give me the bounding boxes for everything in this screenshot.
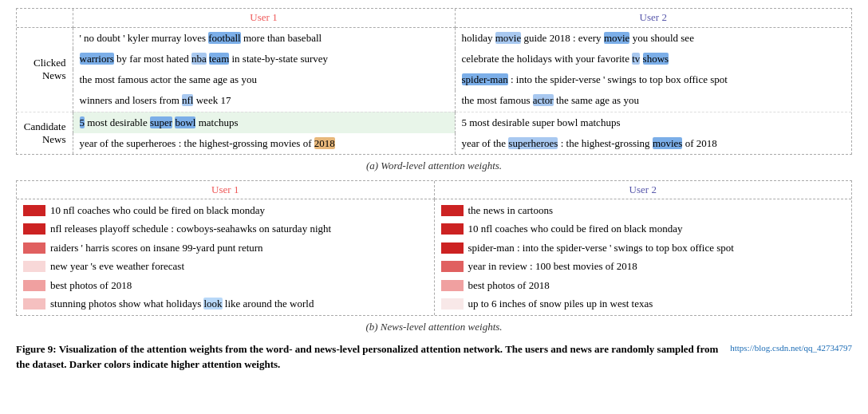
u2-news-5: best photos of 2018 (441, 276, 846, 295)
hl-spiderman: spider-man (462, 73, 508, 85)
u1-news-text-1: 10 nfl coaches who could be fired on bla… (50, 203, 265, 219)
bar-u2-5 (441, 280, 464, 291)
u1-news-text-2: nfl releases playoff schedule : cowboys-… (50, 221, 331, 237)
bar-u2-2 (441, 223, 464, 235)
bar-u1-4 (23, 261, 45, 272)
u2-news-1: the news in cartoons (441, 201, 846, 220)
u1-news-1: 10 nfl coaches who could be fired on bla… (23, 201, 428, 220)
u2-news-4: year in review : 100 best movies of 2018 (441, 257, 846, 276)
clicked-row-3: the most famous actor the same age as yo… (17, 69, 851, 90)
user1-header: User 1 (73, 9, 455, 28)
hl-nfl: nfl (182, 94, 193, 106)
clicked-row-1: ClickedNews ' no doubt ' kyler murray lo… (17, 28, 851, 49)
hl-2018: 2018 (314, 137, 335, 149)
hl-shows: shows (643, 53, 669, 65)
u2-clicked-1: holiday movie guide 2018 : every movie y… (455, 28, 851, 49)
u1-news-5: best photos of 2018 (23, 276, 428, 295)
bar-u1-1 (23, 205, 45, 216)
top-table: User 1 User 2 ClickedNews ' no doubt ' k… (17, 9, 851, 154)
hl-team: team (209, 53, 229, 65)
u1-news-3: raiders ' harris scores on insane 99-yar… (23, 239, 428, 258)
u2-news-text-5: best photos of 2018 (468, 278, 550, 294)
u2-news-3: spider-man : into the spider-verse ' swi… (441, 239, 846, 258)
bar-u1-2 (23, 223, 45, 235)
hl-warriors: warriors (80, 53, 114, 65)
hl-football: football (208, 32, 240, 44)
candidate-row-1: CandidateNews 5 most desirable super bow… (17, 112, 851, 133)
u1-news-text-3: raiders ' harris scores on insane 99-yar… (50, 240, 263, 256)
u1-clicked-4: winners and losers from nfl week 17 (73, 90, 455, 112)
user2-news-col: the news in cartoons 10 nfl coaches who … (434, 199, 851, 315)
u2-candidate-1: 5 most desirable super bowl matchups (455, 112, 851, 133)
u1-news-text-5: best photos of 2018 (50, 278, 132, 294)
bottom-table-wrapper: User 1 User 2 10 nfl coaches who could b… (16, 180, 852, 316)
news-level-row: 10 nfl coaches who could be fired on bla… (17, 199, 851, 315)
caption-b: (b) News-level attention weights. (16, 321, 852, 333)
hl-bowl: bowl (175, 116, 195, 128)
u1-clicked-2: warriors by far most hated nba team in s… (73, 49, 455, 69)
figure-text: Figure 9: Visualization of the attention… (16, 343, 718, 371)
hl-superheroes: superheroes (508, 137, 558, 149)
candidate-row-2: year of the superheroes : the highest-gr… (17, 133, 851, 154)
hl-tv: tv (632, 53, 640, 65)
bar-u2-1 (441, 205, 464, 216)
hl-movie1: movie (495, 32, 522, 44)
user2-header: User 2 (455, 9, 851, 28)
u1-news-4: new year 's eve weather forecast (23, 257, 428, 276)
figure-link[interactable]: https://blog.csdn.net/qq_42734797 (730, 341, 852, 355)
u1-candidate-2: year of the superheroes : the highest-gr… (73, 133, 455, 154)
u2-news-text-2: 10 nfl coaches who could be fired on bla… (468, 221, 683, 237)
u1-clicked-3: the most famous actor the same age as yo… (73, 69, 455, 90)
u2-clicked-3: spider-man : into the spider-verse ' swi… (455, 69, 851, 90)
bottom-user2-header: User 2 (434, 181, 851, 199)
bar-u2-4 (441, 261, 464, 272)
u2-news-6: up to 6 inches of snow piles up in west … (441, 294, 846, 313)
u2-clicked-2: celebrate the holidays with your favorit… (455, 49, 851, 69)
figure-caption: https://blog.csdn.net/qq_42734797 Figure… (16, 341, 852, 373)
clicked-row-2: warriors by far most hated nba team in s… (17, 49, 851, 69)
bottom-table: User 1 User 2 10 nfl coaches who could b… (17, 181, 851, 315)
u1-clicked-1: ' no doubt ' kyler murray loves football… (73, 28, 455, 49)
u2-candidate-2: year of the superheroes : the highest-gr… (455, 133, 851, 154)
candidate-label: CandidateNews (17, 112, 73, 154)
hl-actor: actor (533, 94, 554, 106)
header-empty (17, 9, 73, 28)
u1-news-2: nfl releases playoff schedule : cowboys-… (23, 219, 428, 239)
hl-super: super (150, 116, 172, 128)
top-table-wrapper: User 1 User 2 ClickedNews ' no doubt ' k… (16, 8, 852, 155)
hl-movie2: movie (604, 32, 630, 44)
u1-candidate-1: 5 most desirable super bowl matchups (73, 112, 455, 133)
clicked-label: ClickedNews (17, 28, 73, 112)
bar-u1-5 (23, 280, 45, 291)
hl-movies: movies (653, 137, 683, 149)
u1-news-6: stunning photos show what holidays look … (23, 294, 428, 313)
u2-news-text-1: the news in cartoons (468, 203, 554, 219)
u2-news-text-4: year in review : 100 best movies of 2018 (468, 258, 637, 274)
bottom-user1-header: User 1 (17, 181, 434, 199)
user1-news-col: 10 nfl coaches who could be fired on bla… (17, 199, 434, 315)
hl-nba: nba (191, 53, 207, 65)
u2-clicked-4: the most famous actor the same age as yo… (455, 90, 851, 112)
u2-news-2: 10 nfl coaches who could be fired on bla… (441, 219, 846, 239)
bar-u1-6 (23, 298, 45, 310)
bar-u2-3 (441, 242, 464, 254)
u1-news-text-4: new year 's eve weather forecast (50, 258, 184, 274)
clicked-row-4: winners and losers from nfl week 17 the … (17, 90, 851, 112)
caption-a: (a) Word-level attention weights. (16, 160, 852, 172)
u2-news-text-6: up to 6 inches of snow piles up in west … (468, 296, 653, 312)
u2-news-text-3: spider-man : into the spider-verse ' swi… (468, 240, 734, 256)
bar-u1-3 (23, 242, 45, 254)
hl-5: 5 (80, 116, 85, 128)
u1-news-text-6: stunning photos show what holidays look … (50, 296, 314, 312)
bar-u2-6 (441, 298, 464, 310)
